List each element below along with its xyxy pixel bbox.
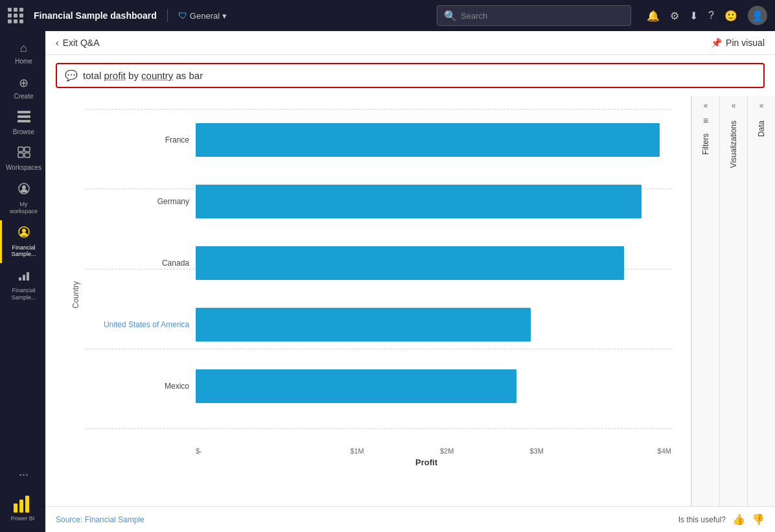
bar-fill-germany (196, 185, 642, 218)
thumbs-up-button[interactable]: 👍 (732, 513, 745, 526)
bar-row-canada: Canada (86, 242, 671, 284)
svg-rect-1 (17, 115, 30, 118)
right-panels: « ≡ Filters « Visualizations « Data (691, 96, 775, 506)
bar-label-germany: Germany (86, 197, 189, 206)
content-area: ‹ Exit Q&A 📌 Pin visual 💬 total profit b… (45, 31, 775, 532)
x-tick-2: $2M (402, 447, 492, 455)
search-box[interactable]: 🔍 (437, 5, 631, 26)
x-tick-3: $3M (492, 447, 582, 455)
bar-label-usa: United States of America (86, 320, 189, 329)
bar-fill-usa (196, 308, 531, 341)
sidebar-item-label: FinancialSample... (11, 287, 36, 301)
chevron-down-icon: ▾ (222, 11, 227, 21)
more-icon: ··· (19, 468, 29, 481)
footer: Source: Financial Sample Is this useful?… (45, 506, 775, 532)
bar-row-usa: United States of America (86, 304, 671, 346)
sidebar-item-label: FinancialSample... (11, 244, 36, 259)
help-icon[interactable]: ? (708, 10, 714, 21)
svg-point-8 (22, 185, 26, 189)
svg-rect-2 (17, 120, 30, 122)
qa-query-text: total profit by country as bar (83, 70, 203, 81)
powerbi-logo-area: Power BI (6, 487, 40, 527)
bar-chart: Country (58, 102, 684, 506)
country-underline: country (141, 70, 173, 81)
x-tick-4: $4M (581, 447, 671, 455)
powerbi-label: Power BI (11, 515, 35, 522)
nav-divider (167, 9, 168, 22)
settings-icon[interactable]: ⚙ (670, 10, 679, 22)
filter-icon: ≡ (703, 115, 708, 126)
bar-row-france: France (86, 119, 671, 161)
svg-rect-14 (14, 503, 17, 513)
top-navigation: Financial Sample dashboard 🛡 General ▾ 🔍… (0, 0, 775, 31)
exit-qa-button[interactable]: ‹ Exit Q&A (56, 38, 99, 48)
sidebar-item-more[interactable]: ··· (0, 463, 45, 487)
footer-feedback: Is this useful? 👍 👎 (678, 513, 765, 526)
qa-input-box[interactable]: 💬 total profit by country as bar (56, 63, 765, 88)
nav-badge: 🛡 General ▾ (178, 10, 227, 21)
qa-header: ‹ Exit Q&A 📌 Pin visual (45, 31, 775, 55)
workspaces-icon (17, 146, 30, 161)
x-axis: $- $1M $2M $3M $4M (196, 443, 671, 455)
svg-rect-13 (27, 272, 29, 281)
pin-visual-button[interactable]: 📌 Pin visual (711, 38, 765, 48)
footer-source: Source: Financial Sample (56, 515, 145, 524)
svg-rect-12 (23, 275, 25, 281)
notifications-icon[interactable]: 🔔 (647, 10, 660, 22)
svg-rect-16 (25, 496, 29, 513)
general-dropdown[interactable]: General ▾ (190, 11, 227, 21)
visualizations-panel[interactable]: « Visualizations (719, 96, 747, 506)
sidebar-item-my-workspace[interactable]: Myworkspace (0, 177, 45, 220)
sidebar-item-financial-sample-dashboard[interactable]: FinancialSample... (0, 220, 45, 264)
visualizations-chevron-icon: « (732, 101, 736, 110)
bar-fill-mexico (196, 369, 516, 403)
topnav-action-icons: 🔔 ⚙ ⬇ ? 🙂 👤 (647, 6, 767, 25)
data-panel[interactable]: « Data (747, 96, 775, 506)
pin-icon: 📌 (711, 38, 722, 48)
source-link[interactable]: Financial Sample (85, 515, 145, 524)
sidebar-item-home[interactable]: ⌂ Home (0, 36, 45, 71)
svg-rect-11 (19, 277, 21, 281)
bar-row-germany: Germany (86, 180, 671, 222)
svg-rect-3 (18, 147, 23, 152)
create-icon: ⊕ (19, 76, 29, 90)
filters-chevron-icon: « (704, 101, 708, 110)
sidebar-item-label: Workspaces (6, 164, 41, 172)
sidebar-item-create[interactable]: ⊕ Create (0, 71, 45, 106)
svg-rect-6 (25, 153, 30, 157)
x-tick-0: $- (196, 447, 207, 455)
chart-area: Country (45, 96, 775, 506)
powerbi-logo (11, 492, 34, 515)
svg-rect-15 (19, 500, 23, 513)
sidebar-item-workspaces[interactable]: Workspaces (0, 141, 45, 177)
sidebar-item-browse[interactable]: Browse (0, 106, 45, 141)
y-axis-label: Country (71, 109, 80, 455)
bar-track-france (196, 123, 671, 157)
browse-icon (17, 111, 30, 126)
chat-icon: 💬 (65, 69, 78, 82)
sidebar-item-financial-sample-report[interactable]: FinancialSample... (0, 263, 45, 306)
waffle-icon[interactable] (8, 8, 23, 23)
download-icon[interactable]: ⬇ (689, 10, 698, 22)
chart-body: France Germany (86, 109, 671, 455)
filters-panel[interactable]: « ≡ Filters (691, 96, 719, 506)
filters-panel-title: Filters (701, 133, 710, 155)
report-icon (17, 268, 30, 284)
chart-main: Country (45, 96, 691, 506)
data-panel-title: Data (757, 121, 766, 137)
bars-container: France Germany (86, 109, 671, 443)
financial-sample-icon (17, 226, 30, 242)
bar-label-mexico: Mexico (86, 382, 189, 391)
sidebar-item-label: Create (14, 93, 33, 100)
search-input[interactable] (461, 11, 624, 21)
thumbs-down-button[interactable]: 👎 (752, 513, 765, 526)
bar-row-mexico: Mexico (86, 365, 671, 408)
profit-underline: profit (104, 70, 126, 81)
data-chevron-icon: « (759, 101, 764, 110)
avatar[interactable]: 👤 (748, 6, 767, 25)
bar-track-usa (196, 308, 671, 341)
feedback-icon[interactable]: 🙂 (724, 10, 737, 22)
sidebar-item-label: Myworkspace (10, 201, 38, 215)
back-chevron-icon: ‹ (56, 38, 59, 48)
bar-fill-canada (196, 246, 624, 280)
